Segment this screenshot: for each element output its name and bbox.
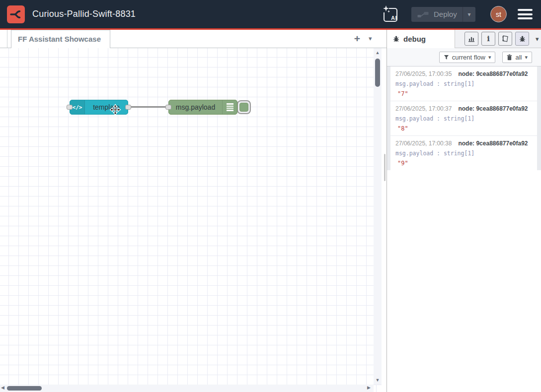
debug-tab-button[interactable] bbox=[515, 32, 529, 46]
timestamp: 27/06/2025, 17:00:38 bbox=[395, 140, 452, 147]
help-tab-button[interactable] bbox=[498, 32, 512, 46]
canvas-horizontal-scrollbar[interactable]: ◀ ▶ bbox=[0, 385, 374, 392]
debug-message[interactable]: 27/06/2025, 17:00:35node: 9cea886877e0fa… bbox=[390, 66, 537, 101]
flow-list-chevron-down-icon[interactable]: ▾ bbox=[369, 35, 372, 42]
debug-toolbar: current flow ▾ all ▾ bbox=[387, 48, 541, 66]
header: Curious-Pallid-Swift-8831 AI Deploy bbox=[0, 0, 541, 28]
node-label: template bbox=[85, 103, 128, 111]
template-output-port[interactable] bbox=[125, 105, 131, 110]
debug-input-port[interactable] bbox=[165, 105, 171, 110]
chevron-down-icon: ▾ bbox=[467, 11, 470, 17]
hamburger-bar bbox=[518, 9, 533, 11]
bug-icon bbox=[392, 35, 400, 43]
tab-ff-assistant-showcase[interactable]: FF Assistant Showcase bbox=[11, 30, 110, 49]
node-red-editor: Curious-Pallid-Swift-8831 AI Deploy bbox=[0, 0, 541, 392]
debug-message-meta: 27/06/2025, 17:00:35node: 9cea886877e0fa… bbox=[395, 69, 532, 79]
scroll-up-arrow-icon[interactable]: ▲ bbox=[374, 50, 382, 55]
flow-canvas[interactable]: </> template msg.payload bbox=[0, 48, 382, 392]
scroll-down-arrow-icon[interactable]: ▼ bbox=[374, 378, 382, 383]
wire-template-to-debug[interactable] bbox=[129, 106, 169, 108]
hamburger-bar bbox=[518, 13, 533, 15]
node-id: node: 9cea886877e0fa92 bbox=[458, 70, 528, 77]
sidebar-splitter-handle[interactable] bbox=[384, 154, 386, 181]
logo-branch-glyph bbox=[8, 7, 23, 22]
info-icon: i bbox=[487, 34, 490, 43]
sidebar: debug i bbox=[386, 30, 541, 392]
debug-clear-button[interactable]: all ▾ bbox=[502, 52, 532, 63]
timestamp: 27/06/2025, 17:00:35 bbox=[395, 70, 452, 77]
deploy-options-button[interactable]: ▾ bbox=[463, 7, 475, 22]
node-template[interactable]: </> template bbox=[70, 100, 128, 115]
sidebar-tab-icons: i ▾ bbox=[464, 32, 539, 46]
ai-assistant-button[interactable]: AI bbox=[382, 5, 399, 24]
clear-button-label: all bbox=[515, 54, 522, 61]
payload-property[interactable]: msg.payload : string[1] bbox=[395, 148, 532, 158]
debug-message[interactable]: 27/06/2025, 17:00:37node: 9cea886877e0fa… bbox=[390, 101, 537, 135]
debug-message-meta: 27/06/2025, 17:00:38node: 9cea886877e0fa… bbox=[395, 138, 532, 148]
timestamp: 27/06/2025, 17:00:37 bbox=[395, 105, 452, 112]
scroll-right-arrow-icon[interactable]: ▶ bbox=[367, 385, 371, 390]
node-debug[interactable]: msg.payload bbox=[168, 100, 237, 115]
tabbar-left-divider bbox=[7, 30, 7, 48]
debug-tab-label: debug bbox=[403, 35, 426, 43]
main-menu-button[interactable] bbox=[518, 9, 533, 19]
node-id: node: 9cea886877e0fa92 bbox=[458, 105, 528, 112]
node-label: msg.payload bbox=[169, 103, 222, 111]
debug-message[interactable]: 27/06/2025, 17:00:38node: 9cea886877e0fa… bbox=[390, 136, 537, 170]
dashboard-chart-tab-button[interactable] bbox=[464, 32, 478, 46]
canvas-vertical-scrollbar[interactable]: ▲ ▼ bbox=[374, 48, 382, 385]
deploy-button[interactable]: Deploy ▾ bbox=[411, 7, 475, 22]
payload-value: "9" bbox=[395, 158, 532, 168]
header-actions: AI Deploy ▾ st bbox=[382, 0, 541, 28]
user-avatar[interactable]: st bbox=[490, 6, 507, 22]
workspace-tabbar: FF Assistant Showcase + ▾ bbox=[0, 30, 386, 48]
book-icon bbox=[501, 35, 509, 43]
debug-toggle-state bbox=[239, 103, 248, 112]
filter-button-label: current flow bbox=[452, 54, 485, 61]
tab-debug[interactable]: debug bbox=[387, 30, 455, 48]
scroll-left-arrow-icon[interactable]: ◀ bbox=[1, 385, 4, 390]
node-id: node: 9cea886877e0fa92 bbox=[458, 140, 528, 147]
bug-icon bbox=[519, 35, 526, 43]
horizontal-scroll-thumb[interactable] bbox=[7, 386, 42, 391]
debug-enable-toggle[interactable] bbox=[237, 100, 251, 114]
add-flow-button[interactable]: + bbox=[351, 32, 364, 45]
hamburger-bar bbox=[518, 17, 533, 19]
payload-value: "8" bbox=[395, 124, 532, 133]
debug-list-icon bbox=[222, 100, 237, 114]
debug-filter-button[interactable]: current flow ▾ bbox=[439, 52, 496, 63]
debug-message-meta: 27/06/2025, 17:00:37node: 9cea886877e0fa… bbox=[395, 104, 532, 114]
sidebar-tabstrip: debug i bbox=[387, 30, 541, 48]
chevron-down-icon: ▾ bbox=[488, 54, 491, 61]
flowfuse-logo-icon[interactable] bbox=[7, 5, 25, 23]
template-input-port[interactable] bbox=[67, 105, 73, 110]
info-tab-button[interactable]: i bbox=[481, 32, 495, 46]
page-title: Curious-Pallid-Swift-8831 bbox=[32, 9, 136, 19]
sidebar-tabs-chevron-down-icon[interactable]: ▾ bbox=[536, 35, 539, 43]
bar-chart-icon bbox=[467, 35, 475, 43]
payload-property[interactable]: msg.payload : string[1] bbox=[395, 79, 532, 89]
chevron-down-icon: ▾ bbox=[525, 54, 528, 61]
trash-icon bbox=[507, 54, 512, 61]
payload-property[interactable]: msg.payload : string[1] bbox=[395, 114, 532, 124]
funnel-icon bbox=[444, 55, 449, 60]
deploy-button-label: Deploy bbox=[434, 10, 463, 18]
deploy-nodes-icon bbox=[417, 11, 429, 18]
vertical-scroll-thumb[interactable] bbox=[375, 59, 380, 87]
ai-sparkle-icon bbox=[382, 5, 399, 24]
debug-message-list[interactable]: 27/06/2025, 17:00:35node: 9cea886877e0fa… bbox=[387, 66, 541, 170]
payload-value: "7" bbox=[395, 89, 532, 99]
ai-button-label: AI bbox=[391, 15, 397, 21]
